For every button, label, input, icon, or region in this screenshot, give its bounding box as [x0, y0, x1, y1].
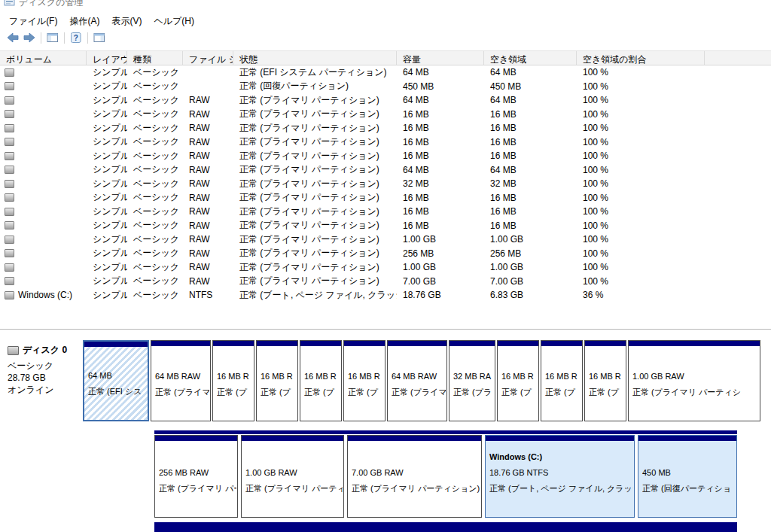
partition-text-line: 1.00 GB RAW	[245, 465, 343, 481]
volume-icon	[5, 277, 14, 285]
partition-text-line: 16 MB R	[589, 369, 625, 385]
volume-cell: 正常 (EFI システム パーティション)	[233, 66, 397, 79]
forward-button[interactable]	[21, 30, 38, 45]
disk-size: 28.78 GB	[8, 372, 78, 384]
volume-cell: RAW	[183, 137, 233, 147]
volume-row[interactable]: シンプルベーシックRAW正常 (プライマリ パーティション)64 MB64 MB…	[0, 93, 771, 108]
column-header[interactable]: ボリューム	[0, 51, 87, 65]
partition-block[interactable]: 16 MB R正常 (プ	[541, 340, 583, 421]
menu-item[interactable]: 表示(V)	[105, 14, 148, 29]
volume-row[interactable]: シンプルベーシックRAW正常 (プライマリ パーティション)16 MB16 MB…	[0, 219, 771, 233]
volume-cell: ベーシック	[127, 108, 183, 120]
partition-block[interactable]: 16 MB R正常 (プ	[343, 340, 386, 421]
column-header[interactable]: 容量	[397, 51, 484, 65]
menu-item[interactable]: ファイル(F)	[3, 14, 63, 29]
volume-row[interactable]: シンプルベーシックRAW正常 (プライマリ パーティション)32 MB32 MB…	[0, 177, 771, 191]
partial-disk-band	[154, 522, 737, 532]
volume-cell: 正常 (プライマリ パーティション)	[233, 205, 397, 218]
partition-text-line: 32 MB RA	[453, 369, 494, 385]
partition-block[interactable]: 1.00 GB RAW正常 (プライマリ パーティシ	[241, 435, 344, 518]
partition-block[interactable]: Windows (C:)18.76 GB NTFS正常 (ブート, ページ ファ…	[485, 435, 635, 518]
volume-cell: 正常 (プライマリ パーティション)	[233, 135, 397, 148]
volume-row[interactable]: シンプルベーシックRAW正常 (プライマリ パーティション)7.00 GB7.0…	[0, 275, 771, 289]
volume-row[interactable]: シンプルベーシックRAW正常 (プライマリ パーティション)16 MB16 MB…	[0, 205, 771, 219]
volume-row[interactable]: シンプルベーシックRAW正常 (プライマリ パーティション)16 MB16 MB…	[0, 135, 771, 150]
volume-row[interactable]: シンプルベーシック正常 (EFI システム パーティション)64 MB64 MB…	[0, 65, 771, 80]
volume-cell: 36 %	[577, 290, 705, 300]
volume-row[interactable]: シンプルベーシックRAW正常 (プライマリ パーティション)16 MB16 MB…	[0, 108, 771, 122]
partition-text-line: 1.00 GB RAW	[632, 369, 759, 385]
partition-block[interactable]: 450 MB正常 (回復パーティショ	[638, 435, 737, 518]
window-title: ディスクの管理	[19, 0, 83, 9]
partition-color-band	[155, 436, 237, 441]
volume-cell: 450 MB	[484, 81, 577, 92]
volume-row[interactable]: シンプルベーシックRAW正常 (プライマリ パーティション)16 MB16 MB…	[0, 149, 771, 163]
disk-name: ディスク 0	[23, 344, 67, 357]
column-header[interactable]: 空き領域	[484, 51, 577, 65]
column-header[interactable]: 空き領域の割合	[577, 51, 705, 65]
column-header[interactable]: 状態	[233, 51, 397, 65]
volume-cell: 16 MB	[397, 109, 484, 120]
volume-cell: 64 MB	[397, 67, 484, 78]
volume-cell: RAW	[183, 234, 233, 245]
partition-color-band	[585, 341, 626, 346]
volume-row[interactable]: シンプルベーシックRAW正常 (プライマリ パーティション)64 MB64 MB…	[0, 163, 771, 178]
menu-item[interactable]: ヘルプ(H)	[148, 14, 200, 29]
volume-cell: 100 %	[577, 95, 705, 105]
partition-block[interactable]: 64 MB RAW正常 (プライマ	[387, 340, 447, 421]
partition-block[interactable]: 16 MB R正常 (プ	[497, 340, 539, 421]
volume-row[interactable]: シンプルベーシックRAW正常 (プライマリ パーティション)1.00 GB1.0…	[0, 260, 771, 275]
volume-cell: RAW	[183, 276, 233, 287]
help-button[interactable]: ?	[68, 30, 84, 45]
volume-icon	[5, 236, 14, 244]
volume-cell: シンプル	[87, 150, 127, 163]
volume-icon	[5, 193, 14, 202]
partition-block[interactable]: 1.00 GB RAW正常 (プライマリ パーティシ	[628, 340, 760, 421]
volume-cell: RAW	[183, 165, 233, 175]
partition-block[interactable]: 16 MB R正常 (プ	[300, 340, 342, 421]
volume-row[interactable]: シンプルベーシック正常 (回復パーティション)450 MB450 MB100 %	[0, 80, 771, 94]
partition-label: 450 MB正常 (回復パーティショ	[642, 465, 736, 497]
back-button[interactable]	[5, 30, 21, 45]
volume-row[interactable]: シンプルベーシックRAW正常 (プライマリ パーティション)256 MB256 …	[0, 247, 771, 261]
partition-text-line: 正常 (プライマリ パーティシ	[632, 385, 759, 400]
volume-cell: 64 MB	[484, 67, 577, 78]
volume-cell: シンプル	[87, 135, 127, 148]
partition-block[interactable]: 16 MB R正常 (プ	[584, 340, 626, 421]
menu-item[interactable]: 操作(A)	[63, 14, 105, 29]
partition-block[interactable]: 16 MB R正常 (プ	[256, 340, 298, 421]
partition-text-line: 16 MB R	[261, 369, 297, 385]
action-pane-button[interactable]	[91, 30, 108, 45]
volume-cell: 100 %	[577, 193, 705, 203]
volume-cell: RAW	[183, 262, 233, 272]
volume-cell: NTFS	[183, 290, 233, 300]
volume-row[interactable]: シンプルベーシックRAW正常 (プライマリ パーティション)16 MB16 MB…	[0, 191, 771, 205]
partition-block[interactable]: 64 MB RAW正常 (プライマ	[151, 340, 211, 421]
volume-icon	[5, 96, 14, 105]
console-tree-button[interactable]	[44, 30, 61, 45]
volume-row[interactable]: シンプルベーシックRAW正常 (プライマリ パーティション)1.00 GB1.0…	[0, 233, 771, 247]
volume-cell: RAW	[183, 109, 233, 120]
column-header[interactable]: ファイル シ...	[183, 51, 233, 65]
partition-block[interactable]: 32 MB RA正常 (プラ	[449, 340, 495, 421]
volume-row[interactable]: シンプルベーシックRAW正常 (プライマリ パーティション)16 MB16 MB…	[0, 121, 771, 135]
disk0-panel[interactable]: ディスク 0 ベーシック 28.78 GB オンライン	[5, 340, 81, 421]
volume-cell: ベーシック	[127, 94, 183, 107]
partition-block[interactable]: 256 MB RAW正常 (プライマリ パー	[154, 435, 238, 518]
partition-label: 7.00 GB RAW正常 (プライマリ パーティション)	[352, 465, 480, 497]
partition-block[interactable]: 7.00 GB RAW正常 (プライマリ パーティション)	[347, 435, 482, 518]
volume-row[interactable]: Windows (C:)シンプルベーシックNTFS正常 (ブート, ページ ファ…	[0, 288, 771, 302]
partition-block[interactable]: 64 MB正常 (EFI シス	[83, 340, 149, 421]
volume-cell: シンプル	[87, 163, 127, 176]
partition-block[interactable]: 16 MB R正常 (プ	[212, 340, 254, 421]
partition-color-band	[300, 341, 341, 346]
volume-cell: RAW	[183, 220, 233, 231]
volume-cell: 正常 (回復パーティション)	[233, 80, 397, 93]
volume-cell: 16 MB	[397, 150, 484, 161]
volume-cell: 16 MB	[397, 206, 484, 217]
partition-color-band	[629, 341, 760, 346]
column-header[interactable]: 種類	[127, 51, 183, 65]
pane-splitter[interactable]	[0, 329, 771, 330]
volume-cell: シンプル	[87, 247, 127, 260]
column-header[interactable]: レイアウト	[87, 51, 127, 65]
